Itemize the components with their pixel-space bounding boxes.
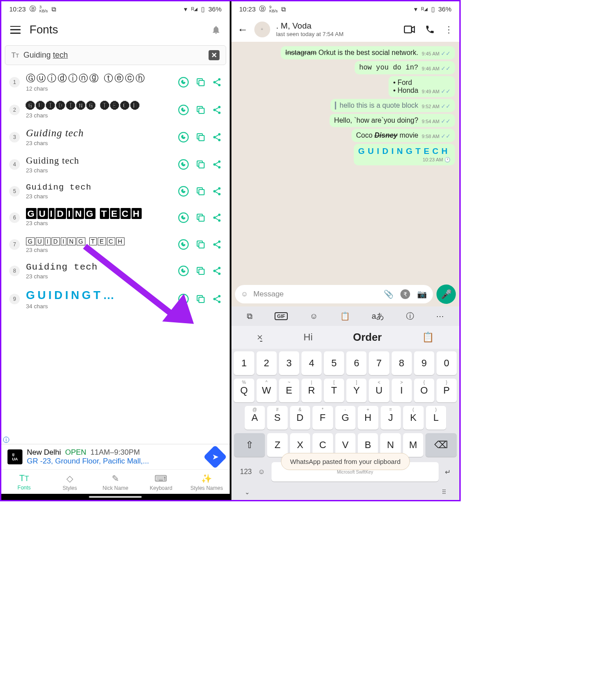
share-icon[interactable] xyxy=(212,132,222,142)
font-row[interactable]: 9 GUIDINGT… 34 chars xyxy=(1,284,230,314)
font-row[interactable]: 7 GUIDING TECH 23 chars xyxy=(1,231,230,258)
clipboard-icon[interactable]: 📋 xyxy=(422,332,434,343)
key-2[interactable]: 2 xyxy=(257,351,277,375)
message-bubble[interactable]: • Ford• Honda 9:49 AM ✓✓ xyxy=(389,76,455,97)
whatsapp-icon[interactable] xyxy=(178,77,189,88)
search-input[interactable]: TT Guiding tech ✕ xyxy=(5,45,226,65)
mic-button[interactable]: 🎤 xyxy=(436,285,456,304)
stickers-icon[interactable]: ⧉ xyxy=(247,312,253,321)
whatsapp-icon[interactable] xyxy=(178,265,189,277)
camera-icon[interactable]: 📷 xyxy=(417,289,427,299)
share-icon[interactable] xyxy=(212,160,222,169)
key-K[interactable]: (K xyxy=(403,406,424,430)
key-4[interactable]: 4 xyxy=(301,351,322,375)
bell-icon[interactable] xyxy=(211,25,221,35)
key-H[interactable]: +H xyxy=(358,406,378,430)
nav-keyboard[interactable]: ⌨Keyboard xyxy=(138,473,184,491)
video-call-icon[interactable] xyxy=(404,26,415,33)
phone-icon[interactable] xyxy=(425,25,435,34)
key-T[interactable]: [T xyxy=(324,379,344,402)
key-Z[interactable]: Z xyxy=(267,433,287,457)
key-G[interactable]: -G xyxy=(335,406,356,430)
copy-icon[interactable] xyxy=(195,294,206,304)
clipboard-icon[interactable]: 📋 xyxy=(340,311,350,321)
key-J[interactable]: =J xyxy=(381,406,401,430)
contact-name[interactable]: . M, Voda xyxy=(276,21,344,31)
copy-icon[interactable] xyxy=(195,77,206,88)
message-bubble[interactable]: Coco Disney movie 9:58 AM ✓✓ xyxy=(352,129,455,142)
copy-icon[interactable] xyxy=(195,159,206,170)
message-bubble[interactable]: GUIDINGTECH 10:23 AM 🕐 xyxy=(354,144,455,165)
share-icon[interactable] xyxy=(212,186,222,196)
copy-icon[interactable] xyxy=(195,132,206,142)
message-bubble[interactable]: Hello, `how are`you doing? 9:54 AM ✓✓ xyxy=(330,114,455,127)
share-icon[interactable] xyxy=(212,213,222,223)
key-Y[interactable]: ]Y xyxy=(346,379,367,402)
gif-icon[interactable]: GIF xyxy=(275,312,288,320)
key-8[interactable]: 8 xyxy=(392,351,412,375)
more-icon[interactable]: ⋯ xyxy=(436,311,444,321)
backspace-key[interactable]: ⌫ xyxy=(425,433,457,457)
whatsapp-icon[interactable] xyxy=(178,131,189,143)
key-R[interactable]: |R xyxy=(301,379,322,402)
font-row[interactable]: 3 Guiding tech 23 chars xyxy=(1,123,230,151)
key-1[interactable]: 1 xyxy=(234,351,254,375)
copy-icon[interactable] xyxy=(195,239,206,250)
key-D[interactable]: &D xyxy=(290,406,311,430)
key-A[interactable]: @A xyxy=(245,406,265,430)
suggestion[interactable]: Hi xyxy=(304,332,313,343)
shift-key[interactable]: ⇧ xyxy=(234,433,265,457)
back-icon[interactable]: ← xyxy=(238,23,248,36)
key-9[interactable]: 9 xyxy=(414,351,434,375)
suggestion-primary[interactable]: Order xyxy=(353,331,381,343)
key-U[interactable]: <U xyxy=(369,379,389,402)
message-bubble[interactable]: hello this is a quote block 9:52 AM ✓✓ xyxy=(330,99,455,112)
share-icon[interactable] xyxy=(212,294,222,304)
font-row[interactable]: 6 GUIDING TECH 23 chars xyxy=(1,204,230,231)
numeric-key[interactable]: 123 xyxy=(240,468,252,476)
key-P[interactable]: }P xyxy=(436,379,457,402)
font-row[interactable]: 1 Ⓖⓤⓘⓓⓘⓝⓖ ⓣⓔⓒⓗ 12 chars xyxy=(1,68,230,96)
key-W[interactable]: ^W xyxy=(257,379,277,402)
key-3[interactable]: 3 xyxy=(279,351,299,375)
message-bubble[interactable]: how you do in? 9:46 AM ✓✓ xyxy=(355,61,455,74)
whatsapp-icon[interactable] xyxy=(178,239,189,250)
whatsapp-icon[interactable] xyxy=(178,159,189,170)
clear-icon[interactable]: ✕ xyxy=(209,50,220,60)
keyboard-switch-icon[interactable]: ⠿ xyxy=(442,489,446,496)
font-row[interactable]: 2 🅖🅤🅘🅓🅘🅝🅖 🅣🅔🅒🅗 23 chars xyxy=(1,96,230,123)
hamburger-icon[interactable] xyxy=(10,26,21,34)
key-M[interactable]: M xyxy=(403,433,423,457)
whatsapp-icon[interactable] xyxy=(178,104,189,116)
close-suggestions-icon[interactable]: ×̱ xyxy=(257,332,263,342)
key-O[interactable]: {O xyxy=(414,379,434,402)
nav-fonts[interactable]: TTFonts xyxy=(1,473,47,491)
whatsapp-icon[interactable] xyxy=(178,293,189,305)
emoji-key[interactable]: ☺ xyxy=(258,468,265,476)
directions-icon[interactable] xyxy=(203,445,227,469)
message-bubble[interactable]: Instagram Orkut is the best social netwo… xyxy=(281,46,455,59)
key-Q[interactable]: %Q xyxy=(234,379,254,402)
avatar[interactable]: ≡ xyxy=(254,22,270,37)
nav-styles[interactable]: ◇Styles xyxy=(47,473,93,491)
nav-stylesnames[interactable]: ✨Styles Names xyxy=(184,473,230,491)
share-icon[interactable] xyxy=(212,240,222,249)
key-E[interactable]: ~E xyxy=(279,379,299,402)
key-0[interactable]: 0 xyxy=(436,351,457,375)
copy-icon[interactable] xyxy=(195,186,206,197)
ad-info-icon[interactable]: i xyxy=(3,437,9,443)
font-row[interactable]: 5 Guiding tech 23 chars xyxy=(1,178,230,204)
info-icon[interactable]: ⓘ xyxy=(406,311,414,321)
key-I[interactable]: >I xyxy=(392,379,412,402)
share-icon[interactable] xyxy=(212,105,222,115)
chevron-down-icon[interactable]: ⌄ xyxy=(245,489,250,496)
sticker-icon[interactable]: ☺ xyxy=(310,312,318,321)
copy-icon[interactable] xyxy=(195,212,206,223)
whatsapp-icon[interactable] xyxy=(178,186,189,197)
copy-icon[interactable] xyxy=(195,105,206,115)
font-row[interactable]: 4 Guiding tech 23 chars xyxy=(1,151,230,178)
copy-icon[interactable] xyxy=(195,266,206,276)
whatsapp-icon[interactable] xyxy=(178,212,189,223)
key-5[interactable]: 5 xyxy=(324,351,344,375)
share-icon[interactable] xyxy=(212,266,222,276)
